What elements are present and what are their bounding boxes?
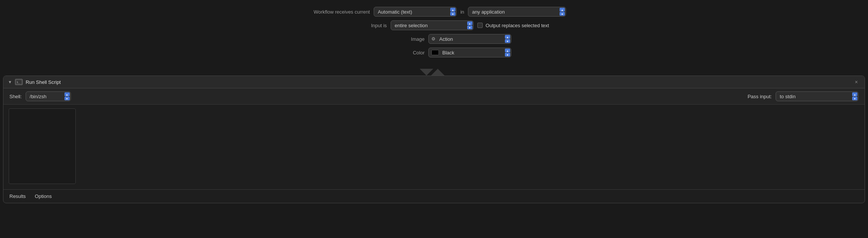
- input-is-stepper[interactable]: ▲ ▼: [467, 22, 472, 29]
- pass-input-select[interactable]: to stdin: [776, 91, 859, 101]
- options-tab[interactable]: Options: [35, 193, 52, 200]
- close-button[interactable]: ×: [853, 78, 860, 86]
- in-label: in: [460, 9, 464, 15]
- pass-input-stepper-down[interactable]: ▼: [852, 97, 857, 100]
- color-row: Color Black ▲ ▼: [357, 48, 511, 57]
- input-is-select[interactable]: entire selection: [391, 20, 474, 30]
- pass-input-stepper[interactable]: ▲ ▼: [852, 93, 857, 100]
- shell-select-wrapper: /bin/zsh ▲ ▼: [26, 91, 71, 101]
- output-replaces-checkbox[interactable]: [477, 23, 483, 28]
- output-replaces-label: Output replaces selected text: [486, 23, 549, 28]
- panel-title-area: ▼ $_ Run Shell Script: [8, 79, 61, 85]
- image-stepper[interactable]: ▲ ▼: [505, 35, 510, 43]
- input-type-select[interactable]: Automatic (text): [374, 7, 457, 17]
- application-stepper[interactable]: ▲ ▼: [560, 8, 565, 16]
- shell-field-label: Shell:: [9, 94, 22, 99]
- input-is-select-wrapper: entire selection ▲ ▼: [391, 20, 474, 30]
- toolbar-left: Shell: /bin/zsh ▲ ▼: [9, 91, 71, 101]
- shell-stepper-down[interactable]: ▼: [64, 97, 70, 100]
- results-tab[interactable]: Results: [9, 193, 26, 200]
- color-label: Color: [357, 50, 425, 56]
- color-select[interactable]: Black: [428, 48, 511, 57]
- output-replaces-row: Output replaces selected text: [477, 23, 549, 28]
- svg-text:$_: $_: [17, 81, 20, 84]
- workflow-row: Workflow receives current Automatic (tex…: [302, 7, 566, 17]
- application-select-wrapper: any application ▲ ▼: [468, 7, 566, 17]
- app-stepper-up[interactable]: ▲: [560, 8, 565, 12]
- toolbar-right: Pass input: to stdin ▲ ▼: [748, 91, 859, 101]
- color-stepper[interactable]: ▲ ▼: [505, 49, 510, 57]
- stepper-down[interactable]: ▼: [450, 12, 455, 16]
- app-stepper-down[interactable]: ▼: [560, 12, 565, 16]
- top-panel: Workflow receives current Automatic (tex…: [0, 0, 868, 65]
- panel-footer: Results Options: [3, 189, 865, 203]
- script-editor[interactable]: [9, 108, 76, 184]
- panel-header: ▼ $_ Run Shell Script ×: [3, 76, 865, 88]
- panel-title: Run Shell Script: [26, 79, 61, 85]
- color-select-wrapper: Black ▲ ▼: [428, 48, 511, 57]
- input-type-select-wrapper: Automatic (text) ▲ ▼: [374, 7, 457, 17]
- terminal-icon: $_: [15, 79, 23, 85]
- shell-select[interactable]: /bin/zsh: [26, 91, 71, 101]
- input-is-stepper-up[interactable]: ▲: [467, 22, 472, 25]
- panel-toolbar: Shell: /bin/zsh ▲ ▼ Pass input: to stdin…: [3, 88, 865, 105]
- workflow-label: Workflow receives current: [302, 9, 370, 15]
- shell-stepper-up[interactable]: ▲: [64, 93, 70, 96]
- color-stepper-up[interactable]: ▲: [505, 49, 510, 53]
- collapse-button[interactable]: ▼: [8, 80, 12, 84]
- stepper-up[interactable]: ▲: [450, 8, 455, 12]
- run-shell-script-panel: ▼ $_ Run Shell Script × Shell: /bin/zsh …: [3, 76, 865, 203]
- pass-input-stepper-up[interactable]: ▲: [852, 93, 857, 96]
- image-row: Image Action ⚙ ▲ ▼: [357, 34, 511, 44]
- connector-up-triangle: [431, 69, 445, 76]
- input-type-stepper[interactable]: ▲ ▼: [450, 8, 455, 16]
- shell-stepper[interactable]: ▲ ▼: [64, 93, 70, 100]
- image-label: Image: [357, 36, 425, 42]
- image-select-wrapper: Action ⚙ ▲ ▼: [428, 34, 511, 44]
- connector-area: [0, 65, 868, 76]
- pass-input-select-wrapper: to stdin ▲ ▼: [776, 91, 859, 101]
- input-is-label: Input is: [319, 23, 387, 28]
- input-is-row: Input is entire selection ▲ ▼ Output rep…: [319, 20, 549, 30]
- pass-input-label: Pass input:: [748, 94, 772, 99]
- image-stepper-down[interactable]: ▼: [505, 39, 510, 43]
- image-stepper-up[interactable]: ▲: [505, 35, 510, 39]
- input-is-stepper-down[interactable]: ▼: [467, 26, 472, 29]
- application-select[interactable]: any application: [468, 7, 566, 17]
- color-stepper-down[interactable]: ▼: [505, 53, 510, 57]
- image-select[interactable]: Action: [428, 34, 511, 44]
